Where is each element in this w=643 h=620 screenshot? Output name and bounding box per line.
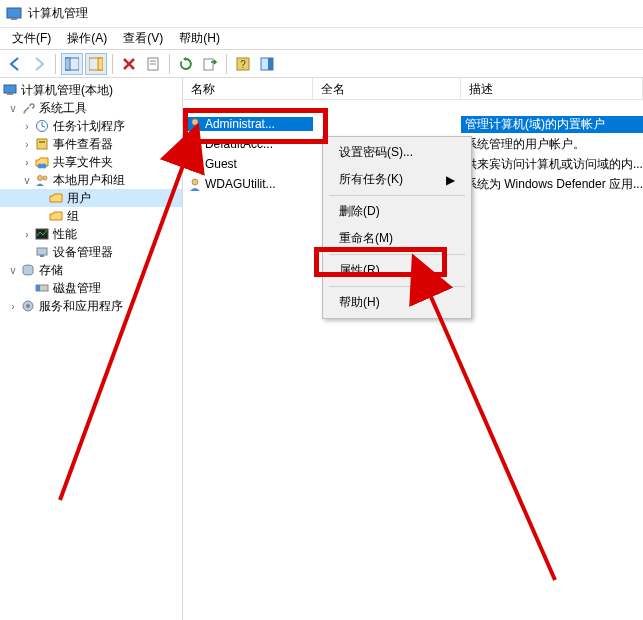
tree-task-scheduler-label: 任务计划程序 <box>53 118 125 135</box>
toolbar-separator <box>112 54 113 74</box>
export-list-icon <box>203 57 217 71</box>
help-button[interactable]: ? <box>232 53 254 75</box>
user-name: DefaultAcc... <box>205 137 273 151</box>
svg-rect-15 <box>7 93 13 95</box>
user-name: WDAGUtilit... <box>205 177 276 191</box>
titlebar: 计算机管理 <box>0 0 643 28</box>
refresh-icon <box>179 57 193 71</box>
expander-icon[interactable]: v <box>6 103 20 114</box>
svg-point-34 <box>192 179 198 185</box>
svg-point-22 <box>43 176 47 180</box>
ctx-delete-label: 删除(D) <box>339 203 380 220</box>
back-button[interactable] <box>4 53 26 75</box>
tree-local-users-groups[interactable]: v 本地用户和组 <box>0 171 182 189</box>
panel2-icon <box>89 57 103 71</box>
window-title: 计算机管理 <box>28 5 88 22</box>
x-icon <box>122 57 136 71</box>
svg-rect-3 <box>65 58 70 70</box>
tree-event-viewer[interactable]: › 事件查看器 <box>0 135 182 153</box>
menu-action[interactable]: 操作(A) <box>59 28 115 49</box>
device-manager-icon <box>34 245 50 259</box>
show-hide-panel-button[interactable] <box>85 53 107 75</box>
user-desc: 管理计算机(域)的内置帐户 <box>461 116 643 133</box>
ctx-delete[interactable]: 删除(D) <box>325 198 469 225</box>
services-icon <box>20 299 36 313</box>
storage-icon <box>20 263 36 277</box>
ctx-properties[interactable]: 属性(R) <box>325 257 469 284</box>
arrow-right-icon <box>31 56 47 72</box>
help-icon: ? <box>236 57 250 71</box>
ctx-rename[interactable]: 重命名(M) <box>325 225 469 252</box>
ctx-properties-label: 属性(R) <box>339 262 380 279</box>
svg-rect-0 <box>7 8 21 18</box>
menu-view[interactable]: 查看(V) <box>115 28 171 49</box>
folder-icon <box>48 191 64 205</box>
tree-users[interactable]: 用户 <box>0 189 182 207</box>
tree-storage[interactable]: v 存储 <box>0 261 182 279</box>
submenu-arrow-icon: ▶ <box>446 173 455 187</box>
svg-rect-5 <box>98 58 103 70</box>
tree-performance[interactable]: › 性能 <box>0 225 182 243</box>
expander-icon[interactable]: › <box>6 301 20 312</box>
performance-icon <box>34 227 50 241</box>
user-icon <box>187 177 203 191</box>
menu-file[interactable]: 文件(F) <box>4 28 59 49</box>
tree-task-scheduler[interactable]: › 任务计划程序 <box>0 117 182 135</box>
tree-system-tools-label: 系统工具 <box>39 100 87 117</box>
svg-rect-1 <box>11 18 17 20</box>
ctx-all-tasks[interactable]: 所有任务(K)▶ <box>325 166 469 193</box>
context-menu: 设置密码(S)... 所有任务(K)▶ 删除(D) 重命名(M) 属性(R) 帮… <box>322 136 472 319</box>
disk-icon <box>34 281 50 295</box>
menu-bar: 文件(F) 操作(A) 查看(V) 帮助(H) <box>0 28 643 50</box>
ctx-help-label: 帮助(H) <box>339 294 380 311</box>
ctx-separator <box>329 286 465 287</box>
tools-icon <box>20 101 36 115</box>
user-desc: 供来宾访问计算机或访问域的内... <box>461 156 643 173</box>
svg-text:?: ? <box>240 59 246 70</box>
delete-button[interactable] <box>118 53 140 75</box>
tree-shared-folders-label: 共享文件夹 <box>53 154 113 171</box>
tree-disk-management[interactable]: 磁盘管理 <box>0 279 182 297</box>
column-header-name[interactable]: 名称 <box>183 78 313 99</box>
forward-button[interactable] <box>28 53 50 75</box>
tree-root-label: 计算机管理(本地) <box>21 82 113 99</box>
ctx-set-password[interactable]: 设置密码(S)... <box>325 139 469 166</box>
user-disabled-icon <box>187 157 203 171</box>
tree-shared-folders[interactable]: › 共享文件夹 <box>0 153 182 171</box>
expander-icon[interactable]: › <box>20 121 34 132</box>
svg-rect-28 <box>36 285 40 291</box>
tree-system-tools[interactable]: v 系统工具 <box>0 99 182 117</box>
tree-services-apps[interactable]: › 服务和应用程序 <box>0 297 182 315</box>
tree-device-manager[interactable]: 设备管理器 <box>0 243 182 261</box>
column-header-fullname[interactable]: 全名 <box>313 78 461 99</box>
expander-icon[interactable]: › <box>20 139 34 150</box>
show-action-pane-button[interactable] <box>256 53 278 75</box>
column-header-desc[interactable]: 描述 <box>461 78 643 99</box>
ctx-help[interactable]: 帮助(H) <box>325 289 469 316</box>
svg-rect-9 <box>204 59 213 70</box>
ctx-all-tasks-label: 所有任务(K) <box>339 171 403 188</box>
svg-point-21 <box>38 176 43 181</box>
expander-icon[interactable]: › <box>20 157 34 168</box>
expander-icon[interactable]: v <box>20 175 34 186</box>
expander-icon[interactable]: › <box>20 229 34 240</box>
tree-groups[interactable]: 组 <box>0 207 182 225</box>
tree-groups-label: 组 <box>67 208 79 225</box>
properties-button[interactable] <box>142 53 164 75</box>
tree-root[interactable]: 计算机管理(本地) <box>0 81 182 99</box>
shared-folder-icon <box>34 155 50 169</box>
pane-icon <box>260 57 274 71</box>
svg-rect-14 <box>4 85 16 93</box>
export-button[interactable] <box>199 53 221 75</box>
svg-rect-18 <box>39 141 45 143</box>
user-desc: 系统为 Windows Defender 应用... <box>461 176 643 193</box>
user-row-administrator[interactable]: Administrat... 管理计算机(域)的内置帐户 <box>183 114 643 134</box>
menu-help[interactable]: 帮助(H) <box>171 28 228 49</box>
column-headers: 名称 全名 描述 <box>183 78 643 100</box>
refresh-button[interactable] <box>175 53 197 75</box>
user-name: Guest <box>205 157 237 171</box>
show-hide-tree-button[interactable] <box>61 53 83 75</box>
user-disabled-icon <box>187 137 203 151</box>
expander-icon[interactable]: v <box>6 265 20 276</box>
svg-point-20 <box>42 164 47 169</box>
